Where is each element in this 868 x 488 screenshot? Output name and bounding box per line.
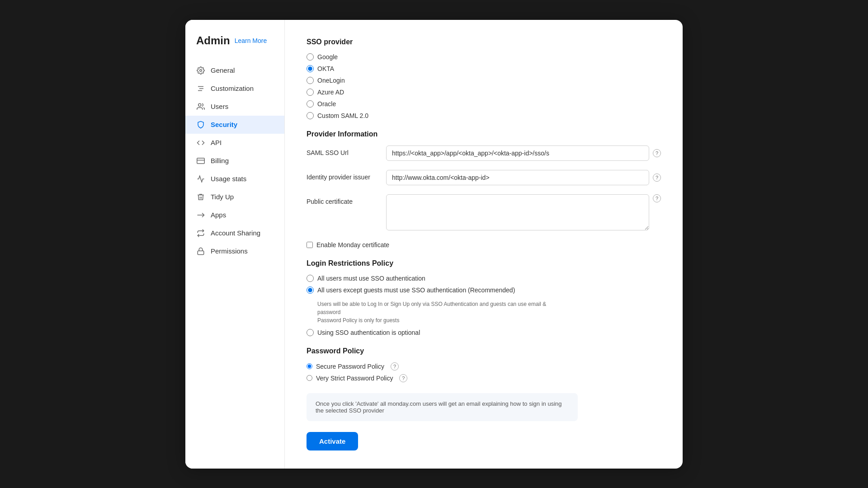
svg-rect-8 (198, 251, 204, 254)
sidebar-label-security: Security (211, 121, 237, 128)
customization-icon (196, 84, 205, 93)
billing-icon (196, 156, 205, 165)
identity-provider-issuer-input-wrap: ? (386, 170, 661, 185)
sso-option-custom-saml[interactable]: Custom SAML 2.0 (307, 112, 661, 119)
public-certificate-input-wrap: ? (386, 194, 661, 230)
sso-radio-onelogin[interactable] (307, 77, 314, 84)
public-certificate-row: Public certificate ? (307, 194, 661, 230)
sidebar-nav: General Customization Users (185, 61, 284, 260)
sidebar-item-api[interactable]: API (185, 134, 284, 152)
learn-more-link[interactable]: Learn More (235, 37, 267, 44)
enable-monday-certificate-checkbox[interactable] (307, 242, 313, 248)
password-policy-section: Password Policy Secure Password Policy ?… (307, 347, 661, 382)
sso-radio-google[interactable] (307, 53, 314, 61)
sidebar-label-usage-stats: Usage stats (211, 175, 246, 183)
sidebar-label-users: Users (211, 103, 228, 110)
identity-provider-issuer-help-icon[interactable]: ? (653, 174, 661, 182)
sso-radio-oracle[interactable] (307, 100, 314, 108)
login-restrictions-options: All users must use SSO authentication Al… (307, 275, 661, 336)
provider-info-section: Provider Information SAML SSO Url ? Iden… (307, 130, 661, 230)
identity-provider-issuer-input[interactable] (386, 170, 649, 185)
login-restriction-radio-all-sso[interactable] (307, 275, 314, 282)
sidebar-item-users[interactable]: Users (185, 98, 284, 116)
login-restriction-optional[interactable]: Using SSO authentication is optional (307, 329, 661, 336)
lock-icon (196, 247, 205, 256)
sidebar-item-tidy-up[interactable]: Tidy Up (185, 188, 284, 206)
activate-button[interactable]: Activate (307, 432, 358, 450)
saml-sso-url-help-icon[interactable]: ? (653, 149, 661, 157)
svg-point-4 (198, 103, 201, 106)
svg-point-0 (200, 69, 202, 71)
sso-radio-azure-ad[interactable] (307, 89, 314, 96)
sharing-icon (196, 229, 205, 238)
sidebar-label-permissions: Permissions (211, 247, 248, 255)
public-certificate-input[interactable] (386, 194, 649, 230)
password-policy-very-strict[interactable]: Very Strict Password Policy ? (307, 374, 661, 382)
svg-rect-5 (197, 158, 205, 164)
login-restriction-guests-excluded[interactable]: All users except guests must use SSO aut… (307, 286, 661, 294)
sso-option-oracle[interactable]: Oracle (307, 100, 661, 108)
info-box-text: Once you click 'Activate' all monday.com… (316, 400, 561, 414)
sidebar-header: Admin Learn More (185, 34, 284, 61)
gear-icon (196, 66, 205, 75)
sidebar-item-permissions[interactable]: Permissions (185, 242, 284, 260)
sso-provider-options: Google OKTA OneLogin Azure AD Oracle (307, 53, 661, 119)
shield-icon (196, 120, 205, 129)
sso-option-onelogin[interactable]: OneLogin (307, 77, 661, 84)
secure-password-help-icon[interactable]: ? (391, 362, 399, 371)
sso-provider-section: SSO provider Google OKTA OneLogin Azure … (307, 38, 661, 119)
app-container: Admin Learn More General Customization (185, 20, 683, 469)
api-icon (196, 138, 205, 147)
enable-monday-certificate-label: Enable Monday certificate (316, 241, 389, 249)
very-strict-password-help-icon[interactable]: ? (399, 374, 407, 382)
admin-title: Admin (196, 34, 230, 47)
sso-provider-title: SSO provider (307, 38, 661, 46)
public-certificate-label: Public certificate (307, 194, 379, 205)
sidebar-label-api: API (211, 139, 222, 146)
sso-radio-okta[interactable] (307, 65, 314, 72)
saml-sso-url-input[interactable] (386, 145, 649, 161)
sidebar-item-security[interactable]: Security (185, 116, 284, 134)
sidebar-item-apps[interactable]: Apps (185, 206, 284, 224)
chart-icon (196, 174, 205, 183)
public-certificate-help-icon[interactable]: ? (653, 194, 661, 202)
sso-option-azure-ad[interactable]: Azure AD (307, 89, 661, 96)
login-restriction-radio-optional[interactable] (307, 329, 314, 336)
sidebar: Admin Learn More General Customization (185, 20, 285, 469)
login-restrictions-section: Login Restrictions Policy All users must… (307, 259, 661, 336)
login-restriction-radio-guests-excluded[interactable] (307, 286, 314, 294)
enable-monday-certificate-row: Enable Monday certificate (307, 241, 661, 249)
sidebar-item-usage-stats[interactable]: Usage stats (185, 170, 284, 188)
sidebar-item-general[interactable]: General (185, 61, 284, 80)
saml-sso-url-input-wrap: ? (386, 145, 661, 161)
password-policy-title: Password Policy (307, 347, 661, 355)
sidebar-label-tidy-up: Tidy Up (211, 193, 234, 201)
password-policy-secure[interactable]: Secure Password Policy ? (307, 362, 661, 371)
main-content: SSO provider Google OKTA OneLogin Azure … (285, 20, 683, 469)
password-policy-radio-secure[interactable] (307, 363, 312, 369)
saml-sso-url-row: SAML SSO Url ? (307, 145, 661, 161)
saml-sso-url-label: SAML SSO Url (307, 145, 379, 156)
sidebar-label-account-sharing: Account Sharing (211, 229, 260, 237)
sidebar-item-account-sharing[interactable]: Account Sharing (185, 224, 284, 242)
sidebar-label-general: General (211, 66, 235, 74)
login-restriction-all-sso[interactable]: All users must use SSO authentication (307, 275, 661, 282)
sidebar-label-apps: Apps (211, 211, 226, 219)
identity-provider-issuer-row: Identity provider issuer ? (307, 170, 661, 185)
identity-provider-issuer-label: Identity provider issuer (307, 170, 379, 181)
sidebar-item-billing[interactable]: Billing (185, 152, 284, 170)
users-icon (196, 102, 205, 111)
password-policy-radio-very-strict[interactable] (307, 375, 312, 381)
sidebar-item-customization[interactable]: Customization (185, 80, 284, 98)
info-box: Once you click 'Activate' all monday.com… (307, 393, 578, 421)
sso-option-okta[interactable]: OKTA (307, 65, 661, 72)
provider-info-title: Provider Information (307, 130, 661, 138)
sidebar-label-billing: Billing (211, 157, 229, 164)
sidebar-label-customization: Customization (211, 84, 254, 92)
sso-radio-custom-saml[interactable] (307, 112, 314, 119)
tidy-icon (196, 192, 205, 202)
apps-icon (196, 211, 205, 220)
login-restrictions-title: Login Restrictions Policy (307, 259, 661, 267)
login-restriction-description: Users will be able to Log In or Sign Up … (317, 300, 552, 324)
sso-option-google[interactable]: Google (307, 53, 661, 61)
